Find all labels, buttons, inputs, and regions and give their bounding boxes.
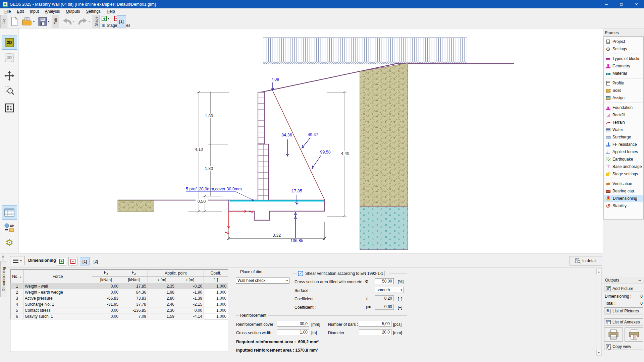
col-no[interactable]: No.▲	[11, 270, 23, 283]
menu-input[interactable]: Input	[27, 9, 42, 14]
file-tab[interactable]: File	[0, 15, 7, 28]
frames-item-profile[interactable]: Profile	[604, 79, 643, 87]
table-view-button[interactable]	[2, 205, 17, 220]
view-2d-button[interactable]: 2D	[2, 36, 17, 50]
redo-caret-icon[interactable]: ▾	[89, 20, 90, 23]
annotation-settings-button[interactable]: Ab	[2, 221, 17, 235]
menu-outputs[interactable]: Outputs	[63, 9, 83, 14]
outputs-minimize-button[interactable]: –	[637, 278, 642, 283]
frames-item-terrain[interactable]: Terrain	[604, 119, 643, 126]
number-of-bars-input[interactable]	[359, 321, 391, 327]
menu-help[interactable]: Help	[104, 9, 118, 14]
coeff-cell[interactable]: 1,000	[204, 313, 228, 319]
undo-caret-icon[interactable]: ▾	[73, 20, 74, 23]
add-picture-button[interactable]: Add Picture	[604, 285, 643, 292]
frames-item-applied-forces[interactable]: Applied forces	[604, 148, 643, 156]
save-caret-icon[interactable]: ▾	[48, 20, 50, 23]
shear-verification-checkbox[interactable]: ✓	[298, 271, 303, 276]
dimensioning-tab-1[interactable]: [1]	[80, 257, 90, 265]
menu-file[interactable]: File	[1, 9, 14, 14]
copy-view-button[interactable]: Copy view	[604, 343, 643, 350]
print-annex-button[interactable]	[625, 327, 643, 342]
list-of-annexes-button[interactable]: List of Annexes	[604, 318, 643, 325]
maximize-button[interactable]: □	[614, 0, 629, 8]
menu-analysis[interactable]: Analysis	[42, 9, 63, 14]
frames-item-project[interactable]: Project	[604, 38, 643, 45]
table-row[interactable]: 5Contact stress0,00-136,852,300,001,000	[11, 307, 228, 313]
col-coeff[interactable]: Coeff.	[204, 270, 228, 277]
save-button[interactable]: ▾	[36, 15, 51, 27]
panel-grip[interactable]	[2, 255, 4, 259]
frames-minimize-button[interactable]: –	[637, 31, 642, 35]
stage-1-button[interactable]: [1]	[117, 15, 126, 27]
frames-item-assign[interactable]: Assign	[604, 94, 643, 102]
edit-tab[interactable]: Edit	[52, 15, 59, 28]
col-force[interactable]: Force	[23, 270, 92, 283]
frames-item-geometry[interactable]: Geometry	[604, 62, 643, 70]
col-applic-point[interactable]: Applic. point	[148, 270, 204, 277]
reinforcement-cover-input[interactable]	[277, 321, 309, 327]
coeff-cell[interactable]: 1,000	[204, 289, 228, 295]
table-row[interactable]: 2Weight - earth wedge0,0084,361,98-1,901…	[11, 289, 228, 295]
diameter-input[interactable]	[359, 329, 391, 335]
frames-item-backfill[interactable]: Backfill	[604, 111, 643, 119]
col-fz[interactable]: Fz	[120, 270, 148, 277]
dimensioning-tab-2[interactable]: [2]	[91, 257, 101, 265]
undo-button[interactable]: ▾	[61, 15, 75, 27]
frames-item-settings[interactable]: Settings	[604, 45, 643, 53]
panel-scrollbar[interactable]: ▲ ▼	[596, 268, 602, 356]
new-file-button[interactable]	[9, 15, 20, 27]
add-dimensioning-button[interactable]: +	[57, 257, 66, 265]
frames-item-stage-settings[interactable]: Stage settings	[604, 170, 643, 178]
menu-edit[interactable]: Edit	[14, 9, 27, 14]
open-file-button[interactable]: ▾	[21, 15, 36, 27]
coeff-cell[interactable]: 1,000	[204, 295, 228, 301]
table-row[interactable]: 3Active pressure-66,8373,832,80-1,391,00…	[11, 295, 228, 301]
frames-item-foundation[interactable]: Foundation	[604, 104, 643, 111]
frames-item-soils[interactable]: Soils	[604, 87, 643, 94]
frames-item-types-of-blocks[interactable]: Types of blocks	[604, 55, 643, 62]
add-stage-button[interactable]: +▾	[102, 16, 109, 21]
view-3d-button[interactable]: 3D	[2, 51, 17, 65]
frames-item-base-anchorage[interactable]: Base anchorage	[604, 163, 643, 170]
open-caret-icon[interactable]: ▾	[33, 20, 35, 23]
drawing-canvas[interactable]: 1,80 4,10 1,80 0,50 4,40 3,32 +x +z 7,09…	[19, 28, 603, 253]
place-of-dim-dropdown[interactable]: Wall heel check▾	[236, 278, 289, 284]
frames-item-dimensioning[interactable]: Dimensioning	[604, 195, 643, 202]
table-row[interactable]: 1Weight - wall0,0017,852,35-0,201,000	[11, 283, 228, 289]
coeff-cell[interactable]: 1,000	[204, 283, 228, 289]
close-button[interactable]: ✕	[629, 0, 644, 8]
frames-item-surcharge[interactable]: Surcharge	[604, 133, 643, 141]
coeff-cell[interactable]: 1,000	[204, 301, 228, 307]
frames-item-earthquake[interactable]: Earthquake	[604, 156, 643, 163]
add-stage-caret-icon[interactable]: ▾	[108, 17, 109, 20]
frames-item-ff-resistance[interactable]: FF resistance	[604, 141, 643, 148]
table-row[interactable]: 4Surcharge No. 1-31,9537,782,46-2,151,00…	[11, 301, 228, 307]
zoom-select-button[interactable]	[2, 83, 17, 98]
cross-section-width-input[interactable]	[277, 329, 309, 335]
menu-settings[interactable]: Settings	[83, 9, 104, 14]
col-fx[interactable]: Fx	[92, 270, 120, 277]
print-button[interactable]	[604, 327, 623, 342]
in-detail-button[interactable]: In detail	[570, 256, 602, 265]
frames-item-stability[interactable]: Stability	[604, 202, 643, 209]
scroll-up-icon[interactable]: ▲	[596, 269, 601, 274]
pan-button[interactable]	[2, 69, 17, 83]
list-of-pictures-button[interactable]: List of Pictures	[604, 307, 643, 314]
surface-dropdown[interactable]: smooth▾	[375, 287, 404, 293]
coeff-cell[interactable]: 1,000	[204, 307, 228, 313]
remove-dimensioning-button[interactable]: −	[68, 257, 77, 265]
view-mode-dropdown[interactable]: ▾	[10, 256, 25, 265]
frames-item-verification[interactable]: Verification	[604, 180, 643, 187]
frames-item-water[interactable]: Water	[604, 126, 643, 133]
fit-to-screen-button[interactable]	[2, 101, 17, 115]
scroll-down-icon[interactable]: ▼	[596, 350, 601, 355]
dimensioning-side-tab[interactable]: Dimensioning	[0, 261, 7, 297]
concrete-area-input[interactable]	[375, 278, 394, 284]
stage-tab[interactable]: Stage	[93, 15, 100, 28]
redo-button[interactable]: ▾	[76, 15, 91, 27]
minimize-button[interactable]: ─	[599, 0, 614, 8]
shear-verification-label[interactable]: Shear verification according to EN 1992-…	[304, 271, 385, 276]
settings-gear-button[interactable]: ⚙	[2, 236, 17, 250]
frames-item-material[interactable]: Material	[604, 70, 643, 77]
